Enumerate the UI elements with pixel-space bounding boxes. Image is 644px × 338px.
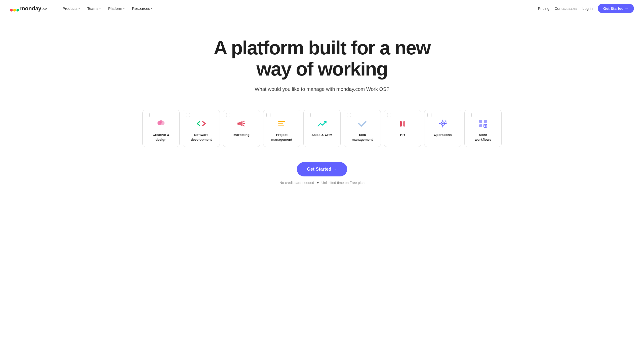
project-icon [276, 118, 288, 130]
get-started-main-button[interactable]: Get Started → [297, 162, 347, 176]
card-software-development[interactable]: Softwaredevelopment [183, 110, 220, 147]
card-label-hr: HR [400, 133, 405, 137]
card-checkbox-sales [307, 113, 311, 117]
sales-icon [316, 118, 328, 130]
software-icon [195, 118, 207, 130]
card-label-more: Moreworkflows [475, 133, 491, 142]
pricing-link[interactable]: Pricing [538, 6, 549, 11]
card-more-workflows[interactable]: Moreworkflows [464, 110, 502, 147]
platform-chevron-icon: ▾ [123, 7, 125, 10]
nav-item-platform[interactable]: Platform ▾ [105, 4, 128, 13]
card-checkbox-more [468, 113, 472, 117]
workflow-cards-section: Creative &design Softwaredevelopment [0, 110, 644, 160]
card-checkbox-task [347, 113, 351, 117]
task-icon [356, 118, 368, 130]
hr-icon [396, 118, 409, 130]
card-label-creative: Creative &design [153, 133, 170, 142]
card-label-software: Softwaredevelopment [191, 133, 212, 142]
contact-sales-link[interactable]: Contact sales [554, 6, 577, 11]
cta-section: Get Started → No credit card needed ✦ Un… [0, 160, 644, 200]
svg-point-22 [445, 121, 447, 122]
svg-rect-27 [479, 124, 482, 127]
svg-rect-7 [237, 123, 239, 125]
logo-icon [10, 5, 19, 12]
resources-chevron-icon: ▾ [151, 7, 152, 10]
svg-rect-25 [479, 120, 482, 123]
card-label-operations: Operations [434, 133, 452, 137]
card-sales-crm[interactable]: Sales & CRM [303, 110, 341, 147]
products-label: Products [63, 6, 77, 11]
svg-point-1 [13, 9, 16, 11]
svg-rect-12 [278, 123, 283, 124]
card-checkbox-software [186, 113, 190, 117]
logo[interactable]: monday.com [10, 5, 50, 12]
login-link[interactable]: Log in [582, 6, 593, 11]
card-hr[interactable]: HR [384, 110, 421, 147]
products-chevron-icon: ▾ [78, 7, 80, 10]
svg-rect-15 [403, 121, 405, 127]
svg-point-0 [10, 9, 13, 11]
svg-point-24 [445, 120, 446, 121]
svg-rect-14 [400, 121, 402, 127]
creative-icon [155, 118, 167, 130]
card-label-task: Taskmanagement [352, 133, 373, 142]
teams-label: Teams [87, 6, 98, 11]
teams-chevron-icon: ▾ [99, 7, 101, 10]
cta-separator: ✦ [316, 180, 319, 185]
platform-label: Platform [108, 6, 122, 11]
svg-rect-13 [278, 125, 284, 126]
more-workflows-icon [477, 118, 489, 130]
cta-note-right: Unlimited time on Free plan [321, 181, 365, 185]
marketing-icon [235, 118, 248, 130]
cta-note: No credit card needed ✦ Unlimited time o… [279, 180, 365, 185]
card-checkbox-creative [146, 113, 150, 117]
card-label-marketing: Marketing [233, 133, 250, 137]
card-task-management[interactable]: Taskmanagement [344, 110, 381, 147]
card-project-management[interactable]: Projectmanagement [263, 110, 300, 147]
card-checkbox-project [266, 113, 270, 117]
hero-subtitle: What would you like to manage with monda… [255, 86, 389, 92]
card-checkbox-hr [387, 113, 391, 117]
get-started-nav-button[interactable]: Get Started → [598, 4, 634, 13]
card-checkbox-marketing [226, 113, 230, 117]
resources-label: Resources [132, 6, 150, 11]
operations-icon [437, 118, 449, 130]
card-label-sales: Sales & CRM [311, 133, 332, 137]
nav-right: Pricing Contact sales Log in Get Started… [538, 4, 634, 13]
svg-rect-26 [484, 120, 487, 123]
cta-note-left: No credit card needed [279, 181, 314, 185]
svg-point-6 [159, 120, 163, 123]
card-checkbox-operations [427, 113, 431, 117]
svg-rect-11 [278, 121, 285, 122]
svg-point-17 [442, 123, 444, 125]
nav-item-products[interactable]: Products ▾ [60, 4, 83, 13]
svg-line-8 [243, 121, 245, 122]
nav-item-teams[interactable]: Teams ▾ [84, 4, 104, 13]
svg-point-2 [16, 9, 19, 11]
svg-point-23 [446, 122, 447, 123]
hero-title: A platform built for a new way of workin… [209, 37, 435, 79]
nav-item-resources[interactable]: Resources ▾ [129, 4, 155, 13]
nav-left: Products ▾ Teams ▾ Platform ▾ Resources … [60, 4, 538, 13]
card-creative-design[interactable]: Creative &design [142, 110, 180, 147]
logo-com: .com [42, 7, 49, 10]
hero-section: A platform built for a new way of workin… [0, 17, 644, 110]
card-operations[interactable]: Operations [424, 110, 461, 147]
svg-line-10 [243, 125, 245, 126]
card-label-project: Projectmanagement [271, 133, 292, 142]
logo-text: monday [20, 5, 41, 12]
card-marketing[interactable]: Marketing [223, 110, 260, 147]
navbar: monday.com Products ▾ Teams ▾ Platform ▾… [0, 0, 644, 17]
